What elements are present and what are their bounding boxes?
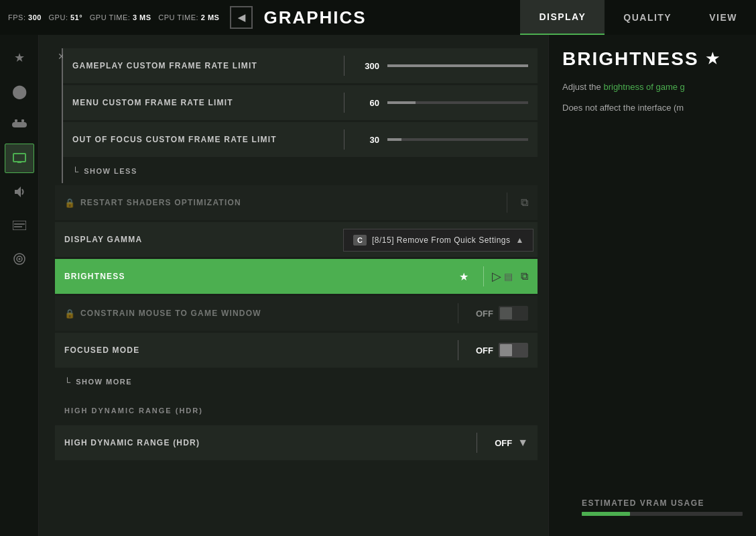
show-less-row[interactable]: └ SHOW LESS	[63, 159, 538, 183]
svg-rect-0	[12, 122, 27, 127]
right-desc-1: Adjust the brightness of game g	[562, 81, 743, 95]
content-area: ✕ GAMEPLAY CUSTOM FRAME RATE LIMIT 300	[39, 35, 756, 536]
out-of-focus-frame-rate-value: 30	[353, 135, 379, 145]
restart-shaders-export-icon[interactable]: ⧉	[521, 197, 528, 209]
focused-mode-row[interactable]: FOCUSED MODE OFF	[55, 333, 538, 368]
tooltip-action: Remove From Quick Settings	[397, 235, 511, 245]
tooltip-close[interactable]: ▲	[516, 235, 524, 245]
tab-view[interactable]: VIEW	[690, 0, 756, 35]
tab-quality[interactable]: QUALITY	[605, 0, 690, 35]
page-title: GRAPHICS	[263, 7, 366, 28]
vram-title: ESTIMATED VRAM USAGE	[582, 498, 743, 508]
display-gamma-tooltip[interactable]: C [8/15] Remove From Quick Settings ▲	[343, 229, 533, 252]
cpu-time-value: 2 MS	[201, 13, 220, 21]
restart-shaders-row: 🔒 RESTART SHADERS OPTIMIZATION ⧉	[55, 185, 538, 220]
hdr-row[interactable]: HIGH DYNAMIC RANGE (HDR) OFF ▼	[55, 425, 538, 460]
divider7	[458, 303, 458, 323]
constrain-mouse-toggle-thumb	[500, 307, 512, 319]
hdr-row-value: OFF	[485, 438, 512, 448]
focused-mode-toggle-thumb	[500, 344, 512, 356]
display-gamma-row[interactable]: DISPLAY GAMMA C [8/15] Remove From Quick…	[55, 222, 538, 257]
constrain-mouse-lock-icon: 🔒	[64, 309, 75, 319]
svg-rect-3	[13, 154, 25, 162]
show-less-label: SHOW LESS	[84, 167, 137, 175]
svg-rect-1	[15, 119, 17, 122]
hdr-dropdown-icon[interactable]: ▼	[517, 437, 528, 449]
divider4	[507, 193, 507, 213]
restart-shaders-label: RESTART SHADERS OPTIMIZATION	[80, 198, 499, 207]
top-bar-left: FPS: 300 GPU: 51° GPU TIME: 3 MS CPU TIM…	[8, 6, 367, 29]
divider3	[344, 129, 344, 150]
focused-mode-label: FOCUSED MODE	[64, 345, 450, 355]
divider2	[344, 93, 344, 113]
constrain-mouse-value: OFF	[466, 309, 493, 319]
constrain-mouse-row: 🔒 CONSTRAIN MOUSE TO GAME WINDOW OFF	[55, 296, 538, 331]
sidebar-icon-star[interactable]: ★	[5, 43, 34, 72]
brightness-doc-icon: ▤	[504, 271, 513, 282]
hdr-row-label: HIGH DYNAMIC RANGE (HDR)	[64, 438, 468, 447]
right-title-star: ★	[706, 50, 720, 68]
tooltip-position: [8/15]	[372, 235, 394, 245]
sidebar-icon-subtitles[interactable]	[5, 211, 34, 240]
svg-point-12	[18, 258, 20, 260]
top-bar: FPS: 300 GPU: 51° GPU TIME: 3 MS CPU TIM…	[0, 0, 756, 35]
gameplay-slider-fill	[387, 64, 528, 67]
restart-shaders-lock-icon: 🔒	[64, 198, 75, 208]
sidebar-icon-mouse[interactable]: ⬤	[5, 76, 34, 106]
hdr-section-header: HIGH DYNAMIC RANGE (HDR)	[55, 398, 538, 423]
out-of-focus-frame-rate-slider[interactable]	[387, 138, 528, 141]
focused-mode-value: OFF	[466, 345, 493, 356]
main-layout: ★ ⬤ ✕	[0, 35, 756, 536]
constrain-mouse-label: CONSTRAIN MOUSE TO GAME WINDOW	[80, 309, 450, 318]
out-of-focus-frame-rate-label: OUT OF FOCUS CUSTOM FRAME RATE LIMIT	[72, 135, 336, 144]
svg-marker-6	[15, 186, 21, 197]
divider9	[477, 433, 477, 453]
out-of-focus-slider-fill	[387, 138, 401, 141]
show-less-icon: └	[72, 166, 78, 176]
vram-fill	[582, 512, 630, 516]
menu-frame-rate-label: MENU CUSTOM FRAME RATE LIMIT	[72, 98, 336, 107]
frame-rate-group: ✕ GAMEPLAY CUSTOM FRAME RATE LIMIT 300	[55, 48, 538, 183]
focused-mode-toggle[interactable]	[499, 343, 528, 358]
brightness-row[interactable]: BRIGHTNESS ★ ▷ ▤ ⧉	[55, 259, 538, 294]
fps-info: FPS: 300 GPU: 51° GPU TIME: 3 MS CPU TIM…	[8, 13, 219, 21]
gpu-time-value: 3 MS	[133, 13, 151, 21]
svg-rect-2	[21, 119, 24, 122]
sidebar-icon-audio[interactable]	[5, 177, 34, 207]
menu-frame-rate-row[interactable]: MENU CUSTOM FRAME RATE LIMIT 60	[63, 85, 538, 120]
menu-frame-rate-slider[interactable]	[387, 101, 528, 104]
vram-bar	[582, 512, 743, 516]
sidebar-icon-network[interactable]	[5, 244, 34, 274]
svg-rect-7	[13, 221, 26, 230]
gameplay-frame-rate-row[interactable]: GAMEPLAY CUSTOM FRAME RATE LIMIT 300	[63, 48, 538, 83]
tab-display[interactable]: DISPLAY	[520, 0, 605, 35]
tooltip-text: [8/15] Remove From Quick Settings	[372, 235, 511, 245]
gpu-value: 51°	[70, 13, 82, 21]
gameplay-frame-rate-value: 300	[353, 61, 379, 71]
vram-section: ESTIMATED VRAM USAGE	[582, 498, 743, 516]
top-tabs: DISPLAY QUALITY VIEW	[520, 0, 756, 35]
out-of-focus-frame-rate-row[interactable]: OUT OF FOCUS CUSTOM FRAME RATE LIMIT 30	[63, 122, 538, 157]
frame-rate-sub-rows: GAMEPLAY CUSTOM FRAME RATE LIMIT 300 MEN…	[62, 48, 538, 183]
brightness-star-icon[interactable]: ★	[459, 270, 468, 283]
divider1	[344, 56, 344, 76]
brightness-cursor: ▷	[492, 269, 501, 284]
right-desc-2-text: Does not affect the interface (m	[562, 103, 684, 113]
divider8	[458, 340, 458, 360]
settings-panel: ✕ GAMEPLAY CUSTOM FRAME RATE LIMIT 300	[39, 35, 548, 536]
right-desc-2: Does not affect the interface (m	[562, 101, 743, 115]
sidebar-icon-controller[interactable]	[5, 110, 34, 140]
fps-value: 300	[28, 13, 42, 21]
brightness-export-icon[interactable]: ⧉	[521, 270, 528, 282]
back-button[interactable]: ◀	[230, 6, 253, 29]
show-more-row[interactable]: └ SHOW MORE	[55, 370, 538, 394]
show-more-label: SHOW MORE	[76, 378, 132, 386]
gameplay-frame-rate-slider[interactable]	[387, 64, 528, 67]
right-title-text: BRIGHTNESS	[562, 48, 699, 70]
sidebar-icon-display[interactable]	[5, 144, 34, 173]
brightness-label: BRIGHTNESS	[64, 272, 459, 281]
right-panel: BRIGHTNESS ★ Adjust the brightness of ga…	[548, 35, 756, 536]
menu-frame-rate-value: 60	[353, 98, 379, 108]
constrain-mouse-toggle[interactable]	[499, 306, 528, 321]
gameplay-frame-rate-label: GAMEPLAY CUSTOM FRAME RATE LIMIT	[72, 61, 336, 70]
